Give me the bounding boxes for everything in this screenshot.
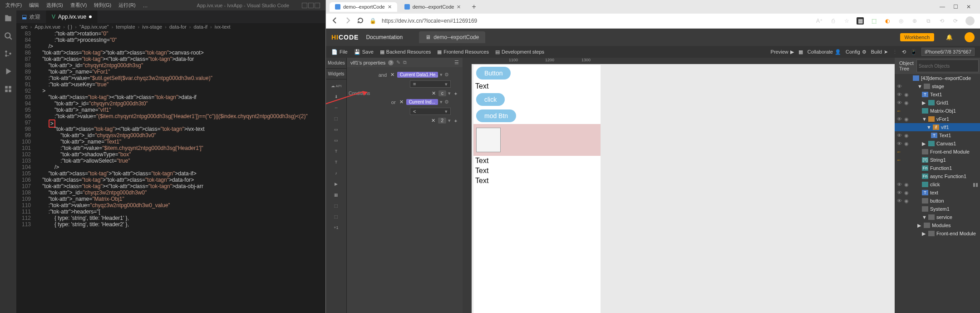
tree-row[interactable]: FnFunction1 bbox=[895, 164, 980, 172]
window-button[interactable]: — bbox=[940, 4, 945, 10]
visibility-icon[interactable]: 👁 bbox=[896, 116, 902, 122]
condition-operator-select[interactable]: =▾ bbox=[410, 80, 451, 88]
target-icon[interactable]: ◉ bbox=[904, 116, 909, 122]
phone-preview[interactable]: Button Text click mod Btn Text Text Text bbox=[473, 65, 601, 313]
tree-row[interactable]: 👁▼stage bbox=[895, 82, 980, 90]
vscode-editor[interactable]: 8384858687888990919293949596979899100101… bbox=[16, 30, 325, 313]
bell-icon[interactable]: 🔔 bbox=[946, 34, 953, 40]
browser-tab[interactable]: demo--exportCode✕ bbox=[330, 2, 397, 12]
close-icon[interactable]: ✕ bbox=[388, 4, 392, 10]
tree-row[interactable]: ▼ifvIf1 bbox=[895, 123, 980, 131]
reload-icon[interactable] bbox=[357, 17, 364, 25]
widget-tool[interactable]: ▭ bbox=[330, 137, 343, 144]
target-icon[interactable]: ◉ bbox=[904, 141, 909, 147]
breadcrumb-item[interactable]: data-if bbox=[194, 24, 208, 30]
devsteps-button[interactable]: ▤ Development steps bbox=[495, 49, 544, 55]
breadcrumb-item[interactable]: template bbox=[116, 24, 135, 30]
documentation-link[interactable]: Documentation bbox=[366, 34, 403, 40]
visibility-icon[interactable]: 👁 bbox=[896, 182, 902, 187]
tree-row[interactable]: ←Matrix-Obj1 bbox=[895, 107, 980, 115]
tree-row[interactable]: ▶Front-end Module bbox=[895, 229, 980, 238]
widgets-label[interactable]: Widgets bbox=[326, 69, 346, 79]
device-size-select[interactable]: iPhone6/7/8 375*667 bbox=[921, 48, 975, 56]
search-objects-input[interactable] bbox=[916, 60, 979, 72]
collapse-icon[interactable]: ▼ bbox=[922, 214, 926, 220]
menu-item[interactable]: … bbox=[143, 3, 148, 8]
breadcrumb-item[interactable]: App.ivx.vue bbox=[34, 24, 60, 30]
backend-button[interactable]: ▦ Backend Resources bbox=[380, 49, 431, 55]
config-button[interactable]: Config ⚙ bbox=[846, 49, 867, 55]
target-icon[interactable]: ◉ bbox=[904, 182, 909, 188]
canvas-text-2[interactable]: Text bbox=[473, 156, 601, 166]
editor-tab[interactable]: V App.ivx.vue bbox=[46, 10, 98, 23]
editor-tab[interactable]: ⬓ 欢迎 bbox=[16, 10, 46, 23]
target-icon[interactable]: ◉ bbox=[904, 133, 909, 139]
breadcrumb-item[interactable]: { } bbox=[68, 24, 72, 30]
menu-item[interactable]: 文件(F) bbox=[5, 2, 22, 9]
visibility-icon[interactable]: 👁 bbox=[896, 100, 902, 105]
ext5-icon[interactable]: ⧉ bbox=[925, 17, 932, 25]
visibility-icon[interactable]: 👁 bbox=[896, 141, 902, 146]
target-icon[interactable]: ◉ bbox=[904, 198, 909, 204]
breadcrumb-item[interactable]: data-for bbox=[169, 24, 187, 30]
canvas-button-2[interactable]: click bbox=[476, 93, 505, 106]
menu-item[interactable]: 选择(S) bbox=[46, 2, 63, 9]
help-icon[interactable]: ? bbox=[388, 60, 394, 65]
frontend-button[interactable]: ▦ Frontend Resources bbox=[437, 49, 489, 55]
window-button[interactable]: ✕ bbox=[966, 4, 971, 10]
widget-tool[interactable]: ⬚ bbox=[330, 213, 343, 220]
collapse-icon[interactable]: ▼ bbox=[926, 124, 931, 130]
canvas-image-box[interactable] bbox=[476, 128, 501, 152]
tree-row[interactable]: 👁◉TText1 bbox=[895, 131, 980, 139]
widget-tool[interactable]: +1 bbox=[330, 224, 343, 231]
canvas-area[interactable]: 110012001300 Button Text click mod Btn T… bbox=[463, 58, 895, 313]
target-icon[interactable]: ◉ bbox=[904, 100, 909, 106]
condition-operator-select[interactable]: <▾ bbox=[410, 108, 451, 115]
search-icon[interactable] bbox=[4, 32, 12, 41]
widget-tool[interactable]: ⬚ bbox=[330, 202, 343, 209]
add-condition-icon[interactable]: + bbox=[453, 91, 459, 96]
workbench-button[interactable]: Workbench bbox=[900, 33, 934, 41]
panel-menu-icon[interactable]: ☰ bbox=[454, 60, 459, 65]
tree-row[interactable]: 👁◉TText1 bbox=[895, 90, 980, 99]
close-icon[interactable]: ✕ bbox=[457, 4, 461, 10]
tree-row[interactable]: ▶Modules bbox=[895, 221, 980, 229]
collaborate-button[interactable]: Collaborate 👤 bbox=[808, 49, 841, 55]
target-icon[interactable]: ◉ bbox=[904, 190, 909, 196]
tree-row[interactable]: 👁◉▼vFor1 bbox=[895, 115, 980, 123]
widget-tool[interactable]: T bbox=[330, 148, 343, 155]
copy-icon[interactable]: ⧉ bbox=[403, 60, 407, 65]
reader-icon[interactable]: A⁺ bbox=[816, 17, 823, 25]
collapse-icon[interactable]: ▼ bbox=[922, 116, 926, 122]
ext4-icon[interactable]: ◎ bbox=[897, 17, 905, 25]
preview-button[interactable]: Preview ▶ bbox=[771, 49, 794, 55]
new-tab-button[interactable]: + bbox=[468, 3, 479, 11]
add-condition-icon[interactable]: + bbox=[453, 118, 459, 124]
menu-item[interactable]: 编辑 bbox=[29, 2, 39, 9]
widget-tool[interactable]: ☁ API bbox=[330, 82, 343, 89]
file-button[interactable]: 📄 File bbox=[331, 49, 348, 55]
visibility-icon[interactable]: 👁 bbox=[896, 190, 902, 195]
widget-tool[interactable]: T bbox=[330, 159, 343, 166]
tree-row[interactable]: ▼service bbox=[895, 213, 980, 221]
collapse-icon[interactable]: ▼ bbox=[917, 84, 922, 89]
url-text[interactable]: https://dev.ivx.cn/?locale=en#11269169 bbox=[382, 18, 810, 24]
visibility-icon[interactable]: 👁 bbox=[896, 198, 902, 204]
widget-tool[interactable]: ↔ bbox=[330, 104, 343, 111]
canvas-button-3[interactable]: mod Btn bbox=[476, 109, 516, 122]
modules-label[interactable]: Modules bbox=[326, 58, 346, 69]
code-area[interactable]: :"tok-attr">rotation="0" :"tok-attr">pro… bbox=[34, 30, 325, 313]
widget-tool[interactable]: ▦ bbox=[330, 191, 343, 199]
gear-icon[interactable]: ⚙ bbox=[444, 99, 451, 105]
read-aloud-icon[interactable]: ⎙ bbox=[829, 17, 837, 25]
widget-tool[interactable]: ♪ bbox=[330, 169, 343, 177]
tree-row[interactable]: System1 bbox=[895, 205, 980, 213]
breadcrumb-item[interactable]: ivx-stage bbox=[142, 24, 162, 30]
gear-icon[interactable]: ⚙ bbox=[444, 72, 451, 78]
condition-value[interactable]: c bbox=[438, 90, 446, 96]
widget-tool[interactable]: ▭ bbox=[330, 126, 343, 133]
menu-item[interactable]: 运行(R) bbox=[118, 2, 135, 9]
canvas-text-4[interactable]: Text bbox=[473, 176, 601, 186]
profile-icon[interactable] bbox=[965, 16, 975, 25]
breadcrumb-item[interactable]: ivx-text bbox=[215, 24, 231, 30]
